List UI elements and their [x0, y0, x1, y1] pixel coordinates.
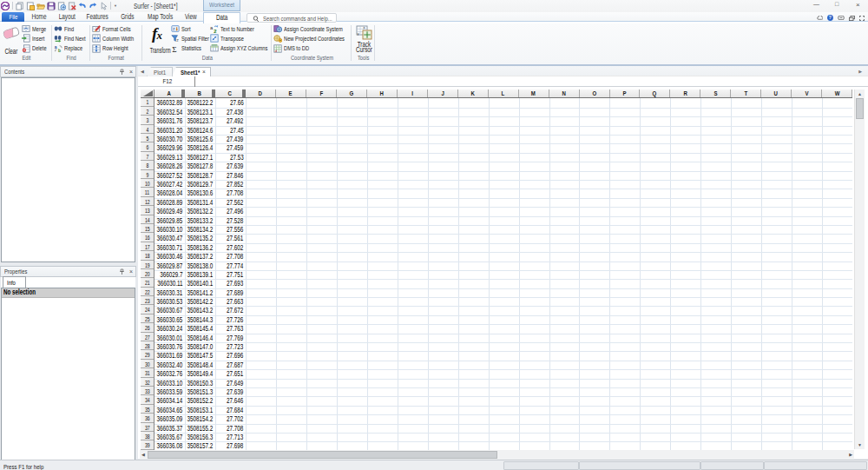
- svg-text:?: ?: [829, 15, 832, 20]
- svg-text:z: z: [176, 38, 179, 43]
- svg-text:b: b: [58, 48, 61, 53]
- svg-text:a: a: [55, 44, 57, 50]
- svg-text:2: 2: [214, 29, 217, 33]
- svg-text:Σ: Σ: [172, 44, 176, 52]
